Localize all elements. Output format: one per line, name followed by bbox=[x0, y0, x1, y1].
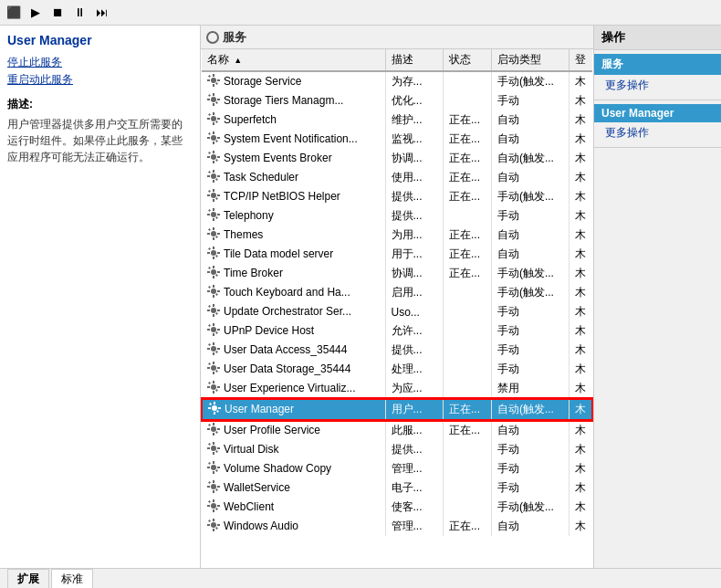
stop-service-link[interactable]: 停止此服务 bbox=[7, 55, 193, 70]
table-row[interactable]: UPnP Device Host允许...手动木 bbox=[202, 321, 592, 341]
col-name[interactable]: 名称 ▲ bbox=[202, 49, 385, 71]
service-gear-icon bbox=[207, 323, 220, 339]
svg-rect-165 bbox=[217, 524, 220, 526]
service-login: 木 bbox=[569, 226, 592, 245]
table-row[interactable]: Time Broker协调...正在...手动(触发...木 bbox=[202, 264, 592, 283]
svg-rect-40 bbox=[208, 171, 211, 173]
tab-expand[interactable]: 扩展 bbox=[7, 569, 49, 589]
col-status[interactable]: 状态 bbox=[444, 49, 492, 71]
table-row[interactable]: User Data Access_35444提供...手动木 bbox=[202, 341, 592, 360]
toolbar-play-icon[interactable]: ▶ bbox=[26, 3, 46, 23]
svg-point-0 bbox=[211, 78, 216, 83]
svg-rect-9 bbox=[213, 103, 214, 106]
table-row[interactable]: System Events Broker协调...正在...自动(触发...木 bbox=[202, 149, 592, 168]
svg-rect-81 bbox=[217, 290, 220, 292]
search-title: 服务 bbox=[223, 29, 246, 46]
service-gear-icon bbox=[207, 74, 220, 89]
table-row[interactable]: TCP/IP NetBIOS Helper提供...正在...手动(触发...木 bbox=[202, 187, 592, 206]
svg-rect-29 bbox=[213, 151, 214, 153]
toolbar-stop-icon[interactable]: ⏹ bbox=[47, 3, 68, 23]
service-login: 木 bbox=[569, 379, 592, 399]
table-row[interactable]: User Profile Service此服...正在...自动木 bbox=[202, 420, 592, 440]
service-status: 正在... bbox=[444, 187, 492, 206]
svg-rect-93 bbox=[213, 333, 214, 336]
table-row[interactable]: Update Orchestrator Ser...Uso...手动木 bbox=[202, 302, 592, 321]
svg-point-56 bbox=[211, 231, 216, 236]
service-gear-icon bbox=[207, 247, 220, 262]
main-container: User Manager 停止此服务 重启动此服务 描述: 用户管理器提供多用户… bbox=[0, 26, 721, 568]
svg-rect-167 bbox=[215, 527, 218, 530]
svg-rect-139 bbox=[215, 450, 218, 453]
col-login[interactable]: 登 bbox=[569, 49, 592, 71]
table-row[interactable]: Tile Data model server用于...正在...自动木 bbox=[202, 245, 592, 264]
svg-rect-44 bbox=[213, 199, 214, 202]
svg-rect-68 bbox=[208, 247, 211, 250]
svg-rect-100 bbox=[213, 352, 214, 355]
service-status: 正在... bbox=[444, 226, 492, 245]
table-row[interactable]: Touch Keyboard and Ha...启用...手动(触发...木 bbox=[202, 283, 592, 302]
service-name: Tile Data model server bbox=[224, 247, 333, 260]
usermanager-more-actions[interactable]: 更多操作 bbox=[594, 122, 721, 143]
service-name: Touch Keyboard and Ha... bbox=[224, 286, 350, 299]
svg-point-28 bbox=[211, 154, 216, 160]
service-gear-icon bbox=[207, 93, 220, 109]
table-row[interactable]: User Data Storage_35444处理...手动木 bbox=[202, 360, 592, 379]
table-row[interactable]: WebClient使客...手动(触发...木 bbox=[202, 498, 592, 517]
service-status bbox=[444, 478, 492, 498]
service-name: TCP/IP NetBIOS Helper bbox=[224, 190, 340, 203]
table-row[interactable]: Windows Audio管理...正在...自动木 bbox=[202, 517, 592, 536]
table-row[interactable]: Storage Tiers Managm...优化...手动木 bbox=[202, 91, 592, 110]
svg-rect-17 bbox=[207, 118, 210, 120]
svg-rect-156 bbox=[213, 509, 214, 512]
service-startup: 自动(触发... bbox=[491, 149, 569, 168]
table-row[interactable]: User Manager用户...正在...自动(触发...木 bbox=[202, 399, 592, 420]
svg-rect-143 bbox=[207, 467, 210, 468]
col-startup[interactable]: 启动类型 bbox=[491, 49, 569, 71]
table-row[interactable]: Storage Service为存...手动(触发...木 bbox=[202, 71, 592, 91]
service-startup: 自动 bbox=[491, 168, 569, 187]
table-row[interactable]: WalletService电子...手动木 bbox=[202, 478, 592, 498]
table-row[interactable]: Superfetch维护...正在...自动木 bbox=[202, 110, 592, 130]
toolbar-square-icon[interactable]: ⬛ bbox=[4, 3, 24, 23]
table-row[interactable]: Task Scheduler使用...正在...自动木 bbox=[202, 168, 592, 187]
service-desc: 提供... bbox=[385, 440, 443, 459]
service-startup: 自动 bbox=[491, 420, 569, 440]
table-row[interactable]: Virtual Disk提供...手动木 bbox=[202, 440, 592, 459]
restart-service-link[interactable]: 重启动此服务 bbox=[7, 72, 193, 88]
service-status bbox=[444, 206, 492, 226]
svg-point-63 bbox=[211, 250, 216, 256]
service-desc: 电子... bbox=[385, 478, 443, 498]
svg-rect-79 bbox=[213, 295, 214, 298]
svg-rect-106 bbox=[213, 362, 214, 364]
svg-rect-131 bbox=[208, 424, 211, 426]
table-row[interactable]: Themes为用...正在...自动木 bbox=[202, 226, 592, 245]
service-login: 木 bbox=[569, 399, 592, 420]
svg-rect-127 bbox=[213, 423, 214, 425]
tab-standard[interactable]: 标准 bbox=[51, 569, 93, 589]
toolbar-forward-icon[interactable]: ⏭ bbox=[91, 3, 111, 23]
svg-point-84 bbox=[211, 308, 216, 313]
toolbar-pause-icon[interactable]: ⏸ bbox=[69, 3, 89, 23]
service-login: 木 bbox=[569, 110, 592, 130]
service-desc: 提供... bbox=[385, 341, 443, 360]
services-table[interactable]: 名称 ▲ 描述 状态 启动类型 登 Storage Service为存...手动… bbox=[201, 49, 593, 568]
table-row[interactable]: User Experience Virtualiz...为应...禁用木 bbox=[202, 379, 592, 399]
service-login: 木 bbox=[569, 498, 592, 517]
table-row[interactable]: Telephony提供...手动木 bbox=[202, 206, 592, 226]
svg-rect-157 bbox=[207, 505, 210, 507]
service-name: System Event Notification... bbox=[224, 132, 358, 145]
service-name: Task Scheduler bbox=[224, 171, 298, 184]
services-more-actions[interactable]: 更多操作 bbox=[594, 75, 721, 96]
svg-rect-41 bbox=[215, 178, 218, 181]
svg-rect-92 bbox=[213, 323, 214, 326]
svg-rect-149 bbox=[213, 490, 214, 493]
right-section-title-services: 服务 bbox=[594, 54, 721, 75]
col-desc[interactable]: 描述 bbox=[385, 49, 443, 71]
service-login: 木 bbox=[569, 341, 592, 360]
table-row[interactable]: System Event Notification...监视...正在...自动… bbox=[202, 130, 592, 149]
svg-rect-159 bbox=[208, 500, 211, 503]
service-status: 正在... bbox=[444, 399, 492, 420]
table-row[interactable]: Volume Shadow Copy管理...手动木 bbox=[202, 459, 592, 478]
svg-rect-30 bbox=[213, 161, 214, 163]
svg-rect-6 bbox=[215, 82, 218, 85]
